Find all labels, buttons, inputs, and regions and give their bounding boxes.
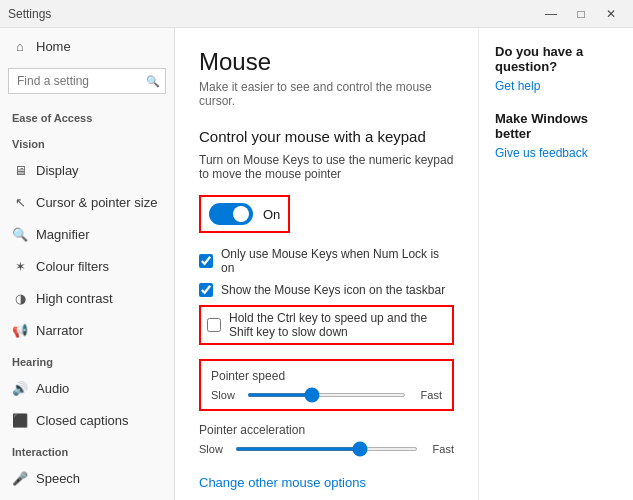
magnifier-icon: 🔍 (12, 226, 28, 242)
sidebar-home-label: Home (36, 39, 71, 54)
checkbox-taskbar[interactable] (199, 283, 213, 297)
sidebar-item-narrator[interactable]: 📢 Narrator (0, 314, 174, 346)
titlebar: Settings — □ ✕ (0, 0, 633, 28)
display-icon: 🖥 (12, 162, 28, 178)
checkbox-taskbar-label: Show the Mouse Keys icon on the taskbar (221, 283, 445, 297)
pointer-speed-section: Pointer speed Slow Fast (199, 359, 454, 411)
speed-fast-label: Fast (414, 389, 442, 401)
narrator-icon: 📢 (12, 322, 28, 338)
captions-icon: ⬛ (12, 412, 28, 428)
close-button[interactable]: ✕ (597, 4, 625, 24)
checkbox-numlock-label: Only use Mouse Keys when Num Lock is on (221, 247, 454, 275)
sidebar-item-high-contrast[interactable]: ◑ High contrast (0, 282, 174, 314)
speech-icon: 🎤 (12, 470, 28, 486)
high-contrast-icon: ◑ (12, 290, 28, 306)
colour-filters-icon: ✶ (12, 258, 28, 274)
sidebar-item-magnifier[interactable]: 🔍 Magnifier (0, 218, 174, 250)
main-content: Mouse Make it easier to see and control … (175, 28, 478, 500)
pointer-speed-slider[interactable] (247, 393, 406, 397)
sidebar: ⌂ Home 🔍 Ease of Access Vision 🖥 Display… (0, 28, 175, 500)
speed-slow-label: Slow (211, 389, 239, 401)
sidebar-item-captions-label: Closed captions (36, 413, 129, 428)
search-icon: 🔍 (146, 75, 160, 88)
page-subtitle: Make it easier to see and control the mo… (199, 80, 454, 108)
sidebar-item-captions[interactable]: ⬛ Closed captions (0, 404, 174, 436)
sidebar-item-speech[interactable]: 🎤 Speech (0, 462, 174, 494)
checkbox-taskbar-row: Show the Mouse Keys icon on the taskbar (199, 283, 454, 297)
pointer-accel-label: Pointer acceleration (199, 423, 454, 437)
sidebar-item-keyboard[interactable]: ⌨ Keyboard (0, 494, 174, 500)
cursor-icon: ↖ (12, 194, 28, 210)
sidebar-item-display-label: Display (36, 163, 79, 178)
section-interaction: Interaction (0, 436, 174, 462)
mouse-keys-toggle[interactable] (209, 203, 253, 225)
right-panel: Do you have a question? Get help Make Wi… (478, 28, 633, 500)
right-panel-question-title: Do you have a question? (495, 44, 617, 74)
sidebar-item-display[interactable]: 🖥 Display (0, 154, 174, 186)
sidebar-item-narrator-label: Narrator (36, 323, 84, 338)
right-panel-feedback: Make Windows better Give us feedback (495, 111, 617, 160)
toggle-label: On (263, 207, 280, 222)
titlebar-title: Settings (8, 7, 51, 21)
toggle-knob (233, 206, 249, 222)
restore-button[interactable]: □ (567, 4, 595, 24)
pointer-accel-slider-row: Slow Fast (199, 443, 454, 455)
accel-slow-label: Slow (199, 443, 227, 455)
home-icon: ⌂ (12, 38, 28, 54)
give-feedback-link[interactable]: Give us feedback (495, 146, 588, 160)
change-mouse-options-link[interactable]: Change other mouse options (199, 475, 366, 490)
titlebar-controls: — □ ✕ (537, 4, 625, 24)
checkbox-ctrl[interactable] (207, 318, 221, 332)
accel-fast-label: Fast (426, 443, 454, 455)
pointer-accel-section: Pointer acceleration Slow Fast (199, 423, 454, 455)
get-help-link[interactable]: Get help (495, 79, 540, 93)
right-panel-help: Do you have a question? Get help (495, 44, 617, 93)
section-desc: Turn on Mouse Keys to use the numeric ke… (199, 153, 454, 181)
right-panel-windows-title: Make Windows better (495, 111, 617, 141)
toggle-container: On (199, 195, 290, 233)
sidebar-item-colour-filters[interactable]: ✶ Colour filters (0, 250, 174, 282)
search-input[interactable] (8, 68, 166, 94)
pointer-accel-slider[interactable] (235, 447, 418, 451)
sidebar-item-magnifier-label: Magnifier (36, 227, 89, 242)
sidebar-item-high-contrast-label: High contrast (36, 291, 113, 306)
sidebar-item-colour-filters-label: Colour filters (36, 259, 109, 274)
sidebar-item-home[interactable]: ⌂ Home (0, 28, 174, 64)
checkbox-numlock[interactable] (199, 254, 213, 268)
sidebar-search: 🔍 (8, 68, 166, 94)
section-ease-of-access: Ease of Access (0, 102, 174, 128)
ctrl-key-row: Hold the Ctrl key to speed up and the Sh… (199, 305, 454, 345)
checkbox-numlock-row: Only use Mouse Keys when Num Lock is on (199, 247, 454, 275)
sidebar-item-audio-label: Audio (36, 381, 69, 396)
pointer-speed-slider-row: Slow Fast (211, 389, 442, 401)
section-vision: Vision (0, 128, 174, 154)
checkbox-ctrl-label: Hold the Ctrl key to speed up and the Sh… (229, 311, 446, 339)
page-title: Mouse (199, 48, 454, 76)
sidebar-item-audio[interactable]: 🔊 Audio (0, 372, 174, 404)
sidebar-item-speech-label: Speech (36, 471, 80, 486)
app-body: ⌂ Home 🔍 Ease of Access Vision 🖥 Display… (0, 28, 633, 500)
minimize-button[interactable]: — (537, 4, 565, 24)
audio-icon: 🔊 (12, 380, 28, 396)
sidebar-item-cursor[interactable]: ↖ Cursor & pointer size (0, 186, 174, 218)
section-hearing: Hearing (0, 346, 174, 372)
sidebar-item-cursor-label: Cursor & pointer size (36, 195, 157, 210)
section-title: Control your mouse with a keypad (199, 128, 454, 145)
pointer-speed-label: Pointer speed (211, 369, 442, 383)
